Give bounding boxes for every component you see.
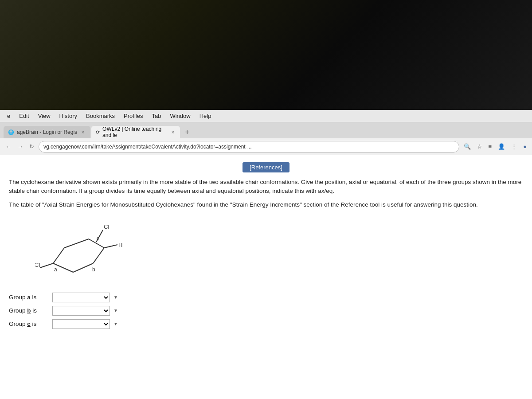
group-c-highlight: c [27, 321, 31, 327]
group-b-label: Group b is [9, 307, 49, 314]
tab-favicon-2: ⟳ [96, 129, 100, 135]
group-c-select[interactable]: axial equatorial ax/eq [52, 319, 110, 329]
molecule-diagram: Cl c H Cl a b [35, 215, 133, 286]
search-icon[interactable]: 🔍 [462, 142, 473, 151]
menu-item-bookmarks[interactable]: Bookmarks [82, 111, 118, 121]
menu-bar: e Edit View History Bookmarks Profiles T… [0, 110, 532, 122]
menu-item-view[interactable]: View [35, 111, 54, 121]
group-b-chevron: ▼ [113, 308, 118, 313]
reload-button[interactable]: ↻ [27, 142, 36, 151]
group-a-select[interactable]: axial equatorial ax/eq [52, 293, 110, 302]
url-field[interactable]: vg.cengagenow.com/ilrn/takeAssignment/ta… [39, 141, 459, 153]
menu-item-help[interactable]: Help [196, 111, 215, 121]
svg-line-8 [40, 263, 53, 268]
url-text: vg.cengagenow.com/ilrn/takeAssignment/ta… [43, 144, 252, 150]
group-a-highlight: a [27, 294, 31, 301]
address-bar: ← → ↻ vg.cengagenow.com/ilrn/takeAssignm… [0, 138, 532, 155]
tab-bar: 🌐 ageBrain - Login or Regis × ⟳ OWLv2 | … [0, 122, 532, 138]
cl-left-label: Cl [35, 262, 40, 268]
group-a-chevron: ▼ [113, 295, 118, 300]
references-banner: [References] [9, 162, 523, 172]
profile-icon[interactable]: 👤 [496, 142, 507, 151]
svg-line-7 [104, 245, 117, 248]
tab-owlv2[interactable]: ⟳ OWLv2 | Online teaching and le × [91, 126, 180, 138]
answer-groups: Group a is axial equatorial ax/eq ▼ Grou… [9, 293, 523, 329]
a-position-label: a [54, 266, 57, 273]
question-text: The cyclohexane derivative shown exists … [9, 178, 523, 209]
sidebar-icon[interactable]: ≡ [487, 142, 494, 151]
references-button[interactable]: [References] [243, 162, 289, 172]
group-a-row: Group a is axial equatorial ax/eq ▼ [9, 293, 523, 302]
cl-top-label: Cl [104, 223, 109, 230]
back-button[interactable]: ← [4, 142, 13, 151]
svg-line-5 [53, 248, 64, 263]
svg-line-4 [64, 239, 89, 248]
menu-item-profiles[interactable]: Profiles [120, 111, 146, 121]
group-b-select[interactable]: axial equatorial ax/eq [52, 306, 110, 316]
paragraph-1: The cyclohexane derivative shown exists … [9, 178, 523, 196]
svg-line-2 [93, 248, 104, 263]
group-c-row: Group c is axial equatorial ax/eq ▼ [9, 319, 523, 329]
tab-close-1[interactable]: × [80, 129, 86, 135]
menu-item-window[interactable]: Window [166, 111, 194, 121]
b-position-label: b [92, 266, 95, 273]
paragraph-2: The table of "Axial Strain Energies for … [9, 200, 523, 209]
group-a-label: Group a is [9, 294, 49, 301]
c-position-label: c [97, 235, 99, 242]
page-content: [References] The cyclohexane derivative … [0, 155, 532, 399]
tab-label-2: OWLv2 | Online teaching and le [102, 126, 168, 138]
bookmark-star-icon[interactable]: ☆ [475, 142, 484, 151]
tab-add-button[interactable]: + [181, 126, 193, 138]
laptop-bezel [0, 0, 532, 110]
menu-item-tab[interactable]: Tab [148, 111, 164, 121]
diagram-area: Cl c H Cl a b [35, 215, 523, 286]
group-c-label: Group c is [9, 321, 49, 327]
right-edge-indicator: ● [521, 142, 528, 151]
h-label: H [118, 242, 122, 248]
menu-item-history[interactable]: History [56, 111, 81, 121]
group-c-chevron: ▼ [113, 321, 118, 326]
forward-button[interactable]: → [16, 142, 25, 151]
group-b-row: Group b is axial equatorial ax/eq ▼ [9, 306, 523, 316]
tab-close-2[interactable]: × [170, 129, 176, 135]
group-b-highlight: b [27, 307, 31, 314]
tab-label-1: ageBrain - Login or Regis [17, 129, 77, 135]
more-options-icon[interactable]: ⋮ [509, 142, 519, 151]
browser-frame: e Edit View History Bookmarks Profiles T… [0, 110, 532, 399]
svg-line-1 [73, 263, 93, 272]
tab-favicon-1: 🌐 [8, 129, 14, 135]
menu-item-e[interactable]: e [4, 111, 14, 121]
menu-item-edit[interactable]: Edit [16, 111, 32, 121]
tab-agebrain[interactable]: 🌐 ageBrain - Login or Regis × [4, 126, 90, 138]
